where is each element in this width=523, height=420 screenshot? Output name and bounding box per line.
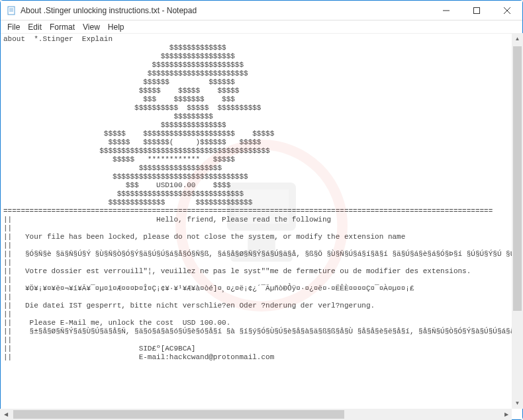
scroll-up-icon[interactable]: ▲ bbox=[512, 33, 523, 44]
minimize-button[interactable] bbox=[431, 1, 461, 21]
vertical-scroll-thumb[interactable] bbox=[513, 46, 522, 311]
window-title: About .Stinger unlocking instructions.tx… bbox=[21, 6, 431, 15]
scroll-left-icon[interactable]: ◀ bbox=[0, 409, 11, 420]
text-area[interactable]: about *.Stinger Explain $$$$$$$$$$$$$ $$… bbox=[1, 34, 522, 419]
notepad-window: About .Stinger unlocking instructions.tx… bbox=[0, 0, 523, 420]
menu-edit[interactable]: Edit bbox=[24, 21, 46, 33]
scroll-down-icon[interactable]: ▼ bbox=[512, 398, 523, 409]
menu-help[interactable]: Help bbox=[104, 21, 128, 33]
document-text: about *.Stinger Explain $$$$$$$$$$$$$ $$… bbox=[1, 34, 522, 363]
scroll-right-icon[interactable]: ▶ bbox=[500, 409, 512, 420]
svg-rect-0 bbox=[8, 7, 15, 15]
maximize-button[interactable] bbox=[461, 1, 492, 21]
svg-rect-5 bbox=[474, 7, 480, 13]
horizontal-scrollbar[interactable]: ◀ ▶ bbox=[0, 409, 512, 420]
vertical-scrollbar[interactable]: ▲ ▼ bbox=[512, 33, 523, 409]
titlebar: About .Stinger unlocking instructions.tx… bbox=[1, 1, 522, 21]
close-button[interactable] bbox=[492, 1, 522, 21]
menu-file[interactable]: File bbox=[3, 21, 24, 33]
horizontal-scroll-thumb[interactable] bbox=[13, 410, 344, 419]
menubar: File Edit Format View Help bbox=[1, 21, 522, 34]
notepad-icon bbox=[6, 5, 17, 16]
menu-format[interactable]: Format bbox=[46, 21, 79, 33]
window-controls bbox=[431, 1, 522, 21]
menu-view[interactable]: View bbox=[79, 21, 104, 33]
